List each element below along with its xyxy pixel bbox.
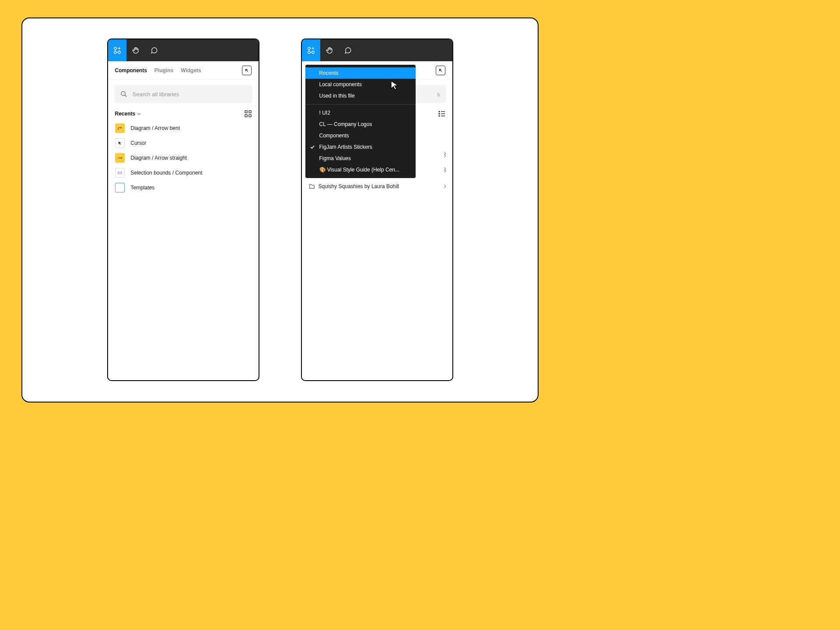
thumbnail-arrow-bent (115, 123, 125, 133)
recent-item-label: Cursor (131, 140, 147, 146)
panel-components: Components Plugins Widgets Recents (107, 38, 259, 381)
dropdown-label: Figma Values (319, 155, 351, 161)
thumbnail-selection-bounds (115, 168, 125, 178)
svg-rect-4 (245, 111, 247, 113)
list-view-icon[interactable] (438, 110, 445, 117)
comment-icon (150, 46, 158, 54)
svg-rect-2 (117, 51, 120, 54)
cursor-pointer-icon (390, 80, 400, 91)
dropdown-label: 🎨 Visual Style Guide (Help Cen... (319, 167, 400, 173)
section-header: Recents (108, 106, 259, 120)
tab-components[interactable]: Components (115, 67, 147, 74)
recent-item-label: Diagram / Arrow straight (131, 155, 187, 161)
recent-item[interactable]: Diagram / Arrow bent (115, 121, 254, 136)
thumbnail-arrow-straight (115, 153, 125, 163)
chevron-down-icon (137, 112, 141, 116)
add-resource-button[interactable] (108, 39, 126, 61)
recent-item[interactable]: Diagram / Arrow straight (115, 150, 254, 165)
search-input[interactable] (133, 91, 246, 98)
dropdown-label: ! UI2 (319, 110, 330, 116)
recents-list: Diagram / Arrow bent Cursor Diagram / Ar… (108, 120, 259, 195)
comment-tool-button[interactable] (145, 39, 163, 61)
dropdown-item-components[interactable]: Components (305, 130, 416, 141)
svg-point-12 (439, 111, 440, 112)
svg-rect-11 (311, 51, 314, 54)
recent-item[interactable]: Templates (115, 180, 254, 195)
dropdown-label: FigJam Artists Stickers (319, 144, 372, 150)
comment-icon (344, 46, 352, 54)
file-item-label: Squishy Squashies by Laura Bohill (318, 183, 399, 189)
dropdown-label: Recents (319, 70, 339, 76)
dropdown-label: Components (319, 133, 349, 139)
recents-dropdown-trigger[interactable]: Recents (115, 111, 141, 117)
recent-item-label: Templates (131, 185, 155, 191)
svg-point-14 (439, 116, 440, 116)
svg-rect-1 (114, 51, 117, 54)
dropdown-item-cl[interactable]: CL — Company Logos (305, 119, 416, 130)
svg-rect-6 (245, 115, 247, 117)
dropdown-item-recents[interactable]: Recents (305, 67, 416, 79)
file-item-arrow-only[interactable] (443, 167, 447, 171)
dropdown-divider (305, 104, 416, 105)
search-box[interactable] (114, 85, 252, 103)
svg-point-13 (439, 113, 440, 114)
recent-item-label: Selection bounds / Component (131, 170, 203, 176)
dropdown-label: Local components (319, 81, 362, 88)
comment-tool-button[interactable] (339, 39, 357, 61)
file-item[interactable]: Squishy Squashies by Laura Bohill (309, 178, 447, 194)
panel-libraries: s Give Me a Hand! by Olenka Maralecka Gn… (301, 38, 453, 381)
toolbar (302, 39, 452, 61)
hand-tool-button[interactable] (126, 39, 145, 61)
dropdown-label: Used in this file (319, 93, 355, 99)
svg-rect-0 (114, 47, 117, 50)
popout-button[interactable] (242, 66, 252, 75)
dropdown-item-visual-style[interactable]: 🎨 Visual Style Guide (Help Cen... (305, 164, 416, 175)
check-icon (310, 144, 315, 150)
hand-tool-button[interactable] (320, 39, 339, 61)
recent-item-label: Diagram / Arrow bent (131, 125, 180, 131)
recent-item[interactable]: Cursor (115, 136, 254, 150)
file-item-arrow-only[interactable] (443, 151, 447, 156)
chevron-right-icon (443, 151, 447, 156)
svg-rect-9 (308, 47, 311, 50)
arrow-up-left-icon (245, 68, 249, 73)
search-icon (120, 91, 127, 98)
chevron-right-icon (443, 167, 447, 171)
add-resource-button[interactable] (302, 39, 320, 61)
thumbnail-templates (115, 183, 125, 192)
svg-rect-8 (118, 172, 122, 174)
section-title-label: Recents (115, 111, 136, 117)
svg-rect-5 (249, 111, 251, 113)
resources-icon (308, 47, 315, 54)
hand-icon (326, 46, 333, 54)
svg-point-3 (121, 91, 125, 95)
dropdown-item-used[interactable]: Used in this file (305, 90, 416, 102)
svg-rect-10 (308, 51, 311, 54)
tabs-row: Components Plugins Widgets (108, 61, 259, 80)
toolbar (108, 39, 259, 61)
thumbnail-cursor (115, 138, 125, 148)
dropdown-item-ui2[interactable]: ! UI2 (305, 107, 416, 119)
search-partial-text: s (437, 91, 440, 98)
popout-button[interactable] (436, 66, 445, 75)
grid-view-icon[interactable] (245, 110, 252, 117)
tab-plugins[interactable]: Plugins (154, 67, 173, 74)
tab-widgets[interactable]: Widgets (181, 67, 201, 74)
recent-item[interactable]: Selection bounds / Component (115, 165, 254, 180)
arrow-up-left-icon (438, 68, 443, 73)
dropdown-item-figjam[interactable]: FigJam Artists Stickers (305, 141, 416, 153)
hand-icon (132, 46, 140, 54)
folder-icon (309, 183, 315, 189)
chevron-right-icon (443, 184, 447, 189)
dropdown-label: CL — Company Logos (319, 121, 372, 127)
search-wrap (108, 80, 259, 106)
outer-frame: Components Plugins Widgets Recents (21, 18, 539, 402)
svg-rect-7 (249, 115, 251, 117)
resources-icon (114, 47, 121, 54)
dropdown-item-figma-values[interactable]: Figma Values (305, 153, 416, 164)
